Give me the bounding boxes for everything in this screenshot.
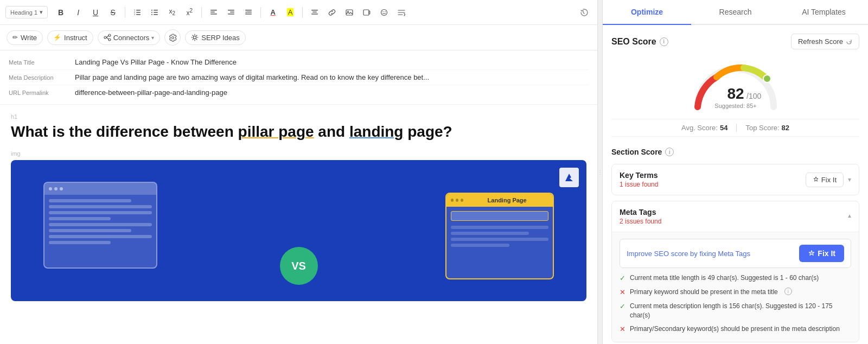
svg-rect-6 — [154, 10, 158, 11]
tab-optimize-label: Optimize — [631, 8, 663, 16]
instruct-button[interactable]: ⚡ Instruct — [47, 30, 93, 45]
svg-text:3: 3 — [134, 13, 136, 16]
line-8 — [49, 241, 111, 244]
ordered-list-button[interactable]: 123 — [130, 5, 145, 20]
seo-score-info-icon[interactable]: i — [660, 37, 668, 46]
editor-content[interactable]: h1 What is the difference between pillar… — [0, 105, 597, 344]
svg-rect-19 — [247, 11, 252, 12]
serp-ideas-button[interactable]: SERP Ideas — [185, 30, 246, 45]
browser-mockup-right: Landing Page — [445, 193, 554, 279]
underline-button[interactable]: U — [88, 5, 103, 20]
meta-tags-item: Meta Tags 2 issues found ▾ Improve SEO s… — [611, 201, 859, 342]
check-list: ✓ Current meta title length is 49 char(s… — [620, 273, 851, 334]
write-icon: ✏ — [12, 34, 18, 41]
seo-tabs: Optimize Research AI Templates — [603, 0, 868, 25]
check-item-3: ✕ Primary/Secondary keyword(s) should be… — [620, 324, 851, 334]
image-button[interactable] — [342, 5, 357, 20]
svg-rect-24 — [346, 10, 353, 15]
vs-text: VS — [291, 260, 306, 272]
subscript-button[interactable]: x2 — [164, 5, 180, 20]
tab-optimize[interactable]: Optimize — [603, 0, 691, 25]
browser-mockup-left — [43, 182, 157, 269]
italic-button[interactable]: I — [71, 5, 86, 20]
text-color-button[interactable]: A — [265, 5, 280, 20]
strikethrough-button[interactable]: S — [105, 5, 120, 20]
indent-button[interactable] — [241, 5, 256, 20]
title-highlight1: pillar page — [238, 123, 314, 140]
align-center-button[interactable] — [307, 5, 322, 20]
connectors-label: Connectors — [113, 34, 149, 42]
sub-toolbar: ✏ Write ⚡ Instruct Connectors ▾ SERP Ide… — [0, 25, 597, 50]
svg-rect-16 — [230, 11, 234, 12]
avg-score-label: Avg. Score: — [681, 124, 718, 132]
tab-ai-templates[interactable]: AI Templates — [780, 0, 868, 25]
section-score-info-icon[interactable]: i — [665, 148, 674, 156]
resize-handle[interactable]: ⋮ — [598, 0, 602, 344]
refresh-label: Refresh Score — [798, 37, 843, 46]
svg-rect-27 — [369, 11, 370, 14]
line-7 — [49, 235, 152, 238]
svg-rect-22 — [312, 11, 317, 12]
logo-icon — [559, 168, 579, 187]
more-button[interactable] — [394, 5, 409, 20]
browser-bar-left — [44, 183, 156, 195]
line-6 — [49, 229, 131, 232]
tab-research[interactable]: Research — [691, 0, 780, 25]
svg-point-11 — [151, 14, 152, 15]
meta-title-value[interactable]: Landing Page Vs Pillar Page - Know The D… — [75, 58, 589, 66]
svg-point-30 — [385, 11, 386, 12]
highlight-button[interactable]: A — [283, 5, 298, 20]
fix-suggestion-text: Improve SEO score by fixing Meta Tags — [627, 250, 750, 258]
align-right-button[interactable] — [224, 5, 239, 20]
fix-suggestion: Improve SEO score by fixing Meta Tags Fi… — [620, 239, 851, 268]
check-ok-0: ✓ — [620, 273, 626, 283]
superscript-button[interactable]: x2 — [182, 5, 197, 20]
bold-button[interactable]: B — [53, 5, 68, 20]
title-part1: What is the difference between — [11, 123, 238, 140]
landing-page-text: Landing Page — [465, 197, 548, 203]
article-image: Landing Page VS — [11, 160, 586, 301]
link-button[interactable] — [324, 5, 340, 20]
key-terms-header[interactable]: Key Terms 1 issue found Fix It ▾ — [612, 164, 859, 195]
key-terms-item: Key Terms 1 issue found Fix It ▾ — [611, 164, 859, 195]
svg-text:/100: /100 — [746, 92, 761, 100]
align-left-button[interactable] — [206, 5, 221, 20]
svg-point-29 — [382, 11, 384, 12]
refresh-score-button[interactable]: Refresh Score — [791, 34, 859, 49]
img-label: img — [11, 150, 586, 157]
settings-icon — [169, 34, 177, 42]
history-button[interactable] — [577, 5, 592, 20]
connectors-button[interactable]: Connectors ▾ — [98, 30, 160, 45]
meta-permalink-value[interactable]: difference-between-pillar-page-and-landi… — [75, 88, 589, 97]
emoji-button[interactable] — [376, 5, 392, 20]
heading-label: Heading 1 — [10, 9, 37, 16]
heading-select[interactable]: Heading 1 ▾ — [5, 6, 48, 18]
settings-button[interactable] — [164, 29, 181, 46]
line-5 — [49, 223, 152, 226]
check-item-1: ✕ Primary keyword should be present in t… — [620, 288, 851, 297]
svg-point-28 — [381, 9, 387, 15]
svg-rect-7 — [154, 12, 158, 13]
svg-rect-18 — [245, 10, 252, 11]
h1-label: h1 — [11, 113, 586, 120]
connectors-arrow: ▾ — [151, 35, 154, 41]
meta-tags-header[interactable]: Meta Tags 2 issues found ▾ — [612, 201, 859, 232]
meta-tags-fix-it-button[interactable]: Fix It — [799, 245, 844, 262]
write-button[interactable]: ✏ Write — [7, 30, 43, 45]
dot-1 — [49, 187, 52, 190]
svg-point-9 — [151, 9, 152, 10]
dot-3 — [60, 187, 63, 190]
unordered-list-button[interactable] — [147, 5, 162, 20]
browser-lines-right — [446, 207, 553, 251]
stat-divider — [736, 124, 737, 132]
media-button[interactable] — [359, 5, 374, 20]
meta-description-value[interactable]: Pillar page and landing page are two ama… — [75, 73, 589, 81]
key-terms-fix-it-button[interactable]: Fix It — [806, 173, 844, 187]
meta-tags-expanded: Improve SEO score by fixing Meta Tags Fi… — [612, 232, 859, 342]
check-text-0: Current meta title length is 49 char(s).… — [630, 273, 819, 283]
svg-rect-23 — [311, 14, 318, 15]
check-info-1[interactable]: i — [784, 288, 792, 295]
check-text-2: Current meta description length is 156 c… — [630, 302, 851, 320]
svg-point-35 — [763, 75, 771, 82]
article-title: What is the difference between pillar pa… — [11, 122, 586, 142]
